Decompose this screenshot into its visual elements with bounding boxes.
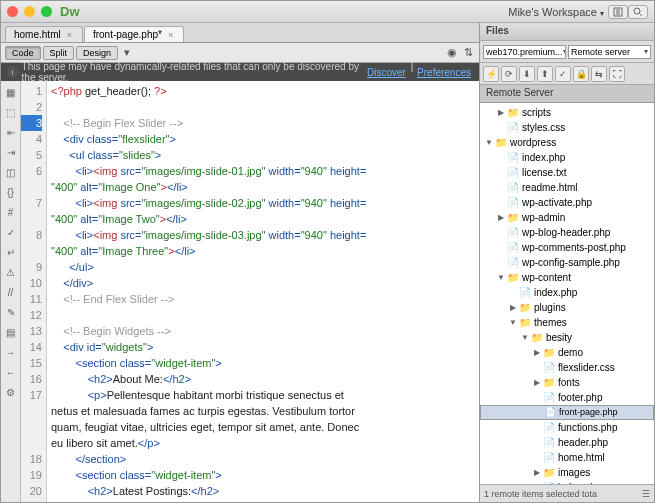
sync-icon[interactable]: ⇆ [591, 66, 607, 82]
file-tree[interactable]: ▶📁scripts📄styles.css▼📁wordpress📄index.ph… [480, 103, 654, 484]
line-number[interactable] [21, 179, 42, 195]
file-node[interactable]: 📄header.php [480, 435, 654, 450]
line-number[interactable] [21, 403, 42, 419]
code-line[interactable]: "400" alt="Image Two"></li> [51, 211, 479, 227]
line-number[interactable]: 2 [21, 99, 42, 115]
folder-node[interactable]: ▶📁plugins [480, 300, 654, 315]
line-number[interactable] [21, 243, 42, 259]
balance-braces-icon[interactable]: {} [4, 185, 18, 199]
code-line[interactable]: <!-- Begin Widgets --> [51, 323, 479, 339]
line-numbers-icon[interactable]: # [4, 205, 18, 219]
line-number[interactable]: 9 [21, 259, 42, 275]
close-tab-icon[interactable]: × [67, 30, 72, 40]
disclosure-triangle-icon[interactable]: ▼ [508, 315, 518, 330]
highlight-invalid-icon[interactable]: ✓ [4, 225, 18, 239]
line-number[interactable]: 8 [21, 227, 42, 243]
code-line[interactable]: <li><img src="images/img-slide-03.jpg" w… [51, 227, 479, 243]
code-line[interactable]: <!-- Begin Flex Slider --> [51, 115, 479, 131]
word-wrap-icon[interactable]: ↵ [4, 245, 18, 259]
disclosure-triangle-icon[interactable]: ▶ [508, 300, 518, 315]
line-number[interactable]: 16 [21, 371, 42, 387]
get-file-icon[interactable]: ⬇ [519, 66, 535, 82]
line-number[interactable] [21, 211, 42, 227]
show-code-navigator-icon[interactable]: ⬚ [4, 105, 18, 119]
folder-node[interactable]: ▶📁scripts [480, 105, 654, 120]
code-line[interactable]: <div id="widgets"> [51, 339, 479, 355]
sync-settings-icon[interactable] [608, 5, 628, 19]
file-node[interactable]: 📄home.html [480, 450, 654, 465]
files-panel-title[interactable]: Files [480, 23, 654, 41]
disclosure-triangle-icon[interactable]: ▶ [532, 465, 542, 480]
disclosure-triangle-icon[interactable]: ▼ [496, 270, 506, 285]
code-line[interactable]: <div class="flexslider"> [51, 131, 479, 147]
folder-node[interactable]: ▼📁besity [480, 330, 654, 345]
checkin-icon[interactable]: 🔒 [573, 66, 589, 82]
site-select[interactable]: web170.premium...▾ [483, 45, 566, 59]
line-number[interactable]: 17 [21, 387, 42, 403]
code-line[interactable]: "400" alt="Image One"></li> [51, 179, 479, 195]
preferences-link[interactable]: Preferences [417, 67, 471, 78]
file-node[interactable]: 📄wp-comments-post.php [480, 240, 654, 255]
file-node[interactable]: 📄index.php [480, 285, 654, 300]
disclosure-triangle-icon[interactable]: ▶ [532, 375, 542, 390]
expand-panel-icon[interactable]: ⛶ [609, 66, 625, 82]
folder-node[interactable]: ▼📁themes [480, 315, 654, 330]
line-number[interactable]: 1 [21, 83, 42, 99]
checkout-icon[interactable]: ✓ [555, 66, 571, 82]
select-parent-icon[interactable]: ◫ [4, 165, 18, 179]
file-node[interactable]: 📄wp-blog-header.php [480, 225, 654, 240]
line-number[interactable]: 7 [21, 195, 42, 211]
code-line[interactable]: <h2>About Me:</h2> [51, 371, 479, 387]
folder-node[interactable]: ▶📁demo [480, 345, 654, 360]
put-file-icon[interactable]: ⬆ [537, 66, 553, 82]
code-line[interactable]: <section class="widget-item"> [51, 467, 479, 483]
file-node[interactable]: 📄front-page.php [480, 405, 654, 420]
indent-icon[interactable]: → [4, 345, 18, 359]
code-line[interactable]: eu libero sit amet.</p> [51, 435, 479, 451]
file-node[interactable]: 📄styles.css [480, 120, 654, 135]
file-management-icon[interactable]: ⇅ [461, 46, 475, 60]
code-line[interactable]: </ul> [51, 259, 479, 275]
code-line[interactable]: <p>Pellentesque habitant morbi tristique… [51, 387, 479, 403]
recent-snippets-icon[interactable]: ✎ [4, 305, 18, 319]
code-view-button[interactable]: Code [5, 46, 41, 60]
disclosure-triangle-icon[interactable]: ▼ [520, 330, 530, 345]
folder-node[interactable]: ▶📁fonts [480, 375, 654, 390]
search-icon[interactable] [628, 5, 648, 19]
expand-icon[interactable]: ⇥ [4, 145, 18, 159]
connect-icon[interactable]: ⚡ [483, 66, 499, 82]
code-line[interactable]: netus et malesuada fames ac turpis egest… [51, 403, 479, 419]
disclosure-triangle-icon[interactable]: ▶ [496, 210, 506, 225]
file-node[interactable]: 📄wp-config-sample.php [480, 255, 654, 270]
code-line[interactable]: <ul class="slides"> [51, 147, 479, 163]
apply-comment-icon[interactable]: // [4, 285, 18, 299]
refresh-icon[interactable]: ⟳ [501, 66, 517, 82]
disclosure-triangle-icon[interactable]: ▼ [484, 135, 494, 150]
document-tab[interactable]: front-page.php*× [84, 26, 184, 42]
view-select[interactable]: Remote server▾ [568, 45, 651, 59]
code-line[interactable]: </div> [51, 275, 479, 291]
folder-node[interactable]: ▶📁images [480, 465, 654, 480]
code-line[interactable] [51, 307, 479, 323]
close-tab-icon[interactable]: × [168, 30, 173, 40]
line-number[interactable]: 13 [21, 323, 42, 339]
file-node[interactable]: 📄flexslider.css [480, 360, 654, 375]
collapse-icon[interactable]: ⇤ [4, 125, 18, 139]
file-node[interactable]: 📄functions.php [480, 420, 654, 435]
format-source-icon[interactable]: ⚙ [4, 385, 18, 399]
outdent-icon[interactable]: ← [4, 365, 18, 379]
discover-link[interactable]: Discover [367, 67, 406, 78]
line-number[interactable]: 4 [21, 131, 42, 147]
open-documents-icon[interactable]: ▦ [4, 85, 18, 99]
disclosure-triangle-icon[interactable]: ▶ [532, 345, 542, 360]
zoom-icon[interactable] [41, 6, 52, 17]
code-line[interactable]: <ul> [51, 499, 479, 502]
design-view-button[interactable]: Design [76, 46, 118, 60]
folder-node[interactable]: ▼📁wordpress [480, 135, 654, 150]
log-icon[interactable]: ☰ [642, 489, 650, 499]
line-number[interactable]: 11 [21, 291, 42, 307]
code-line[interactable]: <section class="widget-item"> [51, 355, 479, 371]
code-line[interactable]: <h2>Latest Postings:</h2> [51, 483, 479, 499]
live-view-icon[interactable]: ◉ [445, 46, 459, 60]
line-number[interactable]: 5 [21, 147, 42, 163]
